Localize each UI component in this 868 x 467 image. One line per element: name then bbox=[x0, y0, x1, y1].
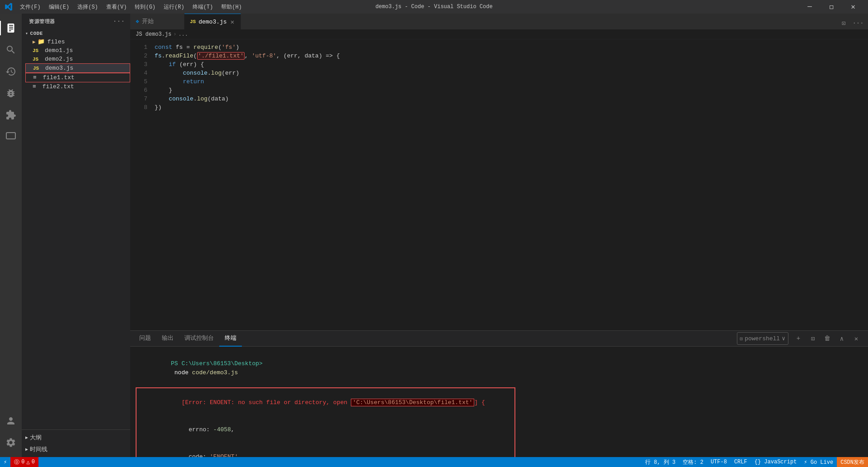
activity-extensions[interactable] bbox=[0, 104, 22, 126]
status-bar-left: ⚡ ⓪ 0 △ 0 bbox=[0, 457, 38, 467]
sidebar-item-demo3js[interactable]: JS demo3.js bbox=[25, 63, 130, 73]
terminal-type-label[interactable]: ⊡ powershell ∨ bbox=[737, 332, 788, 345]
terminal-split-button[interactable]: ⊡ bbox=[807, 332, 819, 345]
panel-tab-problems[interactable]: 问题 bbox=[134, 331, 156, 347]
more-actions-button[interactable]: ··· bbox=[852, 17, 864, 29]
terminal-line-1: PS C:\Users\86153\Desktop> node code/dem… bbox=[136, 350, 863, 386]
sidebar-item-file2txt[interactable]: ≡ file2.txt bbox=[25, 82, 130, 91]
sidebar-timeline[interactable]: ▶ 时间线 bbox=[22, 443, 130, 455]
status-errors[interactable]: ⓪ 0 △ 0 bbox=[10, 457, 38, 467]
panel-tab-debug-label: 调试控制台 bbox=[184, 334, 214, 342]
tab-demo3js-icon: JS bbox=[190, 19, 196, 24]
status-spaces[interactable]: 空格: 2 bbox=[679, 457, 707, 467]
panel-tab-output-label: 输出 bbox=[162, 334, 174, 342]
tab-welcome[interactable]: ❖ 开始 bbox=[130, 14, 184, 29]
tab-close-button[interactable]: ✕ bbox=[230, 17, 235, 27]
tab-demo3js-label: demo3.js bbox=[198, 19, 226, 25]
menu-goto[interactable]: 转到(G) bbox=[131, 2, 159, 12]
status-eol[interactable]: CRLF bbox=[731, 457, 751, 467]
status-golive[interactable]: ⚡ Go Live bbox=[800, 457, 837, 467]
activity-git[interactable] bbox=[0, 61, 22, 82]
new-terminal-button[interactable]: + bbox=[792, 332, 805, 345]
term-prompt-1: PS C:\Users\86153\Desktop> bbox=[171, 360, 263, 367]
minimize-button[interactable]: — bbox=[799, 0, 820, 14]
breadcrumb-path[interactable]: ... bbox=[178, 31, 188, 38]
folder-root-header[interactable]: ▾ CODE bbox=[22, 30, 130, 37]
status-bar-right: 行 8, 列 3 空格: 2 UTF-8 CRLF {} JavaScript … bbox=[642, 457, 868, 467]
sidebar-outline[interactable]: ▶ 大纲 bbox=[22, 432, 130, 443]
panel-tab-terminal[interactable]: 终端 bbox=[219, 331, 242, 347]
editor-content[interactable]: 1 2 3 4 5 6 7 8 const fs = require('fs')… bbox=[130, 39, 868, 330]
close-button[interactable]: ✕ bbox=[843, 0, 863, 14]
status-language[interactable]: {} JavaScript bbox=[751, 457, 801, 467]
sidebar-header-icons: ··· bbox=[115, 17, 123, 25]
folder-root: ▾ CODE ▶ 📁 files JS demo1.js JS d bbox=[22, 29, 130, 92]
panel-tab-output[interactable]: 输出 bbox=[156, 331, 179, 347]
status-golive-text: ⚡ Go Live bbox=[804, 459, 833, 466]
activity-remote[interactable] bbox=[0, 126, 22, 148]
activity-debug[interactable] bbox=[0, 82, 22, 104]
maximize-button[interactable]: ◻ bbox=[821, 0, 842, 14]
activity-explorer[interactable] bbox=[0, 17, 22, 39]
status-spaces-text: 空格: 2 bbox=[683, 458, 703, 466]
code-line-5: return bbox=[153, 77, 868, 86]
status-eol-text: CRLF bbox=[734, 459, 747, 465]
sidebar-item-file1txt[interactable]: ≡ file1.txt bbox=[25, 73, 130, 82]
sidebar-item-demo1js[interactable]: JS demo1.js bbox=[25, 46, 130, 55]
sidebar-item-demo2js[interactable]: JS demo2.js bbox=[25, 55, 130, 63]
breadcrumb-file[interactable]: JS demo3.js bbox=[136, 31, 171, 38]
file-label-demo3js: demo3.js bbox=[45, 65, 73, 71]
title-bar-left: 文件(F) 编辑(E) 选择(S) 查看(V) 转到(G) 运行(R) 终端(T… bbox=[5, 2, 245, 12]
menu-view[interactable]: 查看(V) bbox=[103, 2, 131, 12]
activity-bar bbox=[0, 14, 22, 457]
status-csdn-text: CSDN发布 bbox=[840, 458, 864, 466]
tab-welcome-icon: ❖ bbox=[136, 18, 139, 25]
menu-terminal[interactable]: 终端(T) bbox=[189, 2, 217, 12]
panel-actions: ⊡ powershell ∨ + ⊡ 🗑 ∧ ✕ bbox=[737, 332, 864, 345]
term-error-bracket: ] { bbox=[474, 399, 485, 406]
status-csdn[interactable]: CSDN发布 bbox=[837, 457, 868, 467]
term-error-text: [Error: ENOENT: no such file or director… bbox=[182, 399, 351, 406]
sidebar-more-button[interactable]: ··· bbox=[115, 17, 123, 25]
error-block: [Error: ENOENT: no such file or director… bbox=[136, 387, 515, 457]
editor-area: ❖ 开始 JS demo3.js ✕ ⊡ ··· JS demo3.js › .… bbox=[130, 14, 868, 457]
sidebar-item-files[interactable]: ▶ 📁 files bbox=[25, 37, 130, 46]
split-editor-button[interactable]: ⊡ bbox=[837, 17, 850, 29]
status-bar: ⚡ ⓪ 0 △ 0 行 8, 列 3 空格: 2 UTF-8 CRLF {} J… bbox=[0, 457, 868, 467]
file-tree: ▶ 📁 files JS demo1.js JS demo2.js JS bbox=[22, 37, 130, 91]
file-label-file2txt: file2.txt bbox=[42, 83, 74, 90]
chevron-down-icon: ▾ bbox=[25, 31, 28, 36]
panel-tab-debug[interactable]: 调试控制台 bbox=[179, 331, 219, 347]
activity-settings[interactable] bbox=[0, 432, 22, 453]
activity-account[interactable] bbox=[0, 410, 22, 432]
status-encoding[interactable]: UTF-8 bbox=[707, 457, 731, 467]
status-position[interactable]: 行 8, 列 3 bbox=[642, 457, 679, 467]
panel-close-button[interactable]: ✕ bbox=[850, 332, 863, 345]
activity-search[interactable] bbox=[0, 39, 22, 61]
status-remote[interactable]: ⚡ bbox=[0, 457, 10, 467]
code-editor[interactable]: const fs = require('fs') fs.readFile('./… bbox=[153, 43, 868, 327]
breadcrumb-separator: › bbox=[173, 31, 176, 38]
terminal-content[interactable]: PS C:\Users\86153\Desktop> node code/dem… bbox=[130, 347, 868, 457]
vscode-logo bbox=[5, 3, 13, 11]
tab-demo3js[interactable]: JS demo3.js ✕ bbox=[184, 14, 241, 29]
js-file-icon: JS bbox=[33, 57, 38, 62]
menu-help[interactable]: 帮助(H) bbox=[217, 2, 245, 12]
menu-edit[interactable]: 编辑(E) bbox=[45, 2, 73, 12]
warning-icon: △ bbox=[26, 459, 29, 466]
menu-run[interactable]: 运行(R) bbox=[160, 2, 188, 12]
txt-file-icon: ≡ bbox=[33, 83, 36, 90]
js-file-icon: JS bbox=[33, 66, 39, 71]
menu-bar: 文件(F) 编辑(E) 选择(S) 查看(V) 转到(G) 运行(R) 终端(T… bbox=[16, 2, 245, 12]
term-command-1: node bbox=[171, 369, 192, 376]
terminal-shell-icon: ⊡ bbox=[740, 336, 743, 342]
tab-welcome-label: 开始 bbox=[142, 17, 154, 25]
sidebar-header: 资源管理器 ··· bbox=[22, 14, 130, 29]
terminal-error-line1: [Error: ENOENT: no such file or director… bbox=[139, 389, 512, 416]
folder-name: CODE bbox=[30, 31, 43, 36]
terminal-delete-button[interactable]: 🗑 bbox=[821, 332, 834, 345]
menu-select[interactable]: 选择(S) bbox=[74, 2, 102, 12]
menu-file[interactable]: 文件(F) bbox=[16, 2, 44, 12]
chevron-right-icon: ▶ bbox=[25, 435, 28, 440]
panel-maximize-button[interactable]: ∧ bbox=[835, 332, 848, 345]
